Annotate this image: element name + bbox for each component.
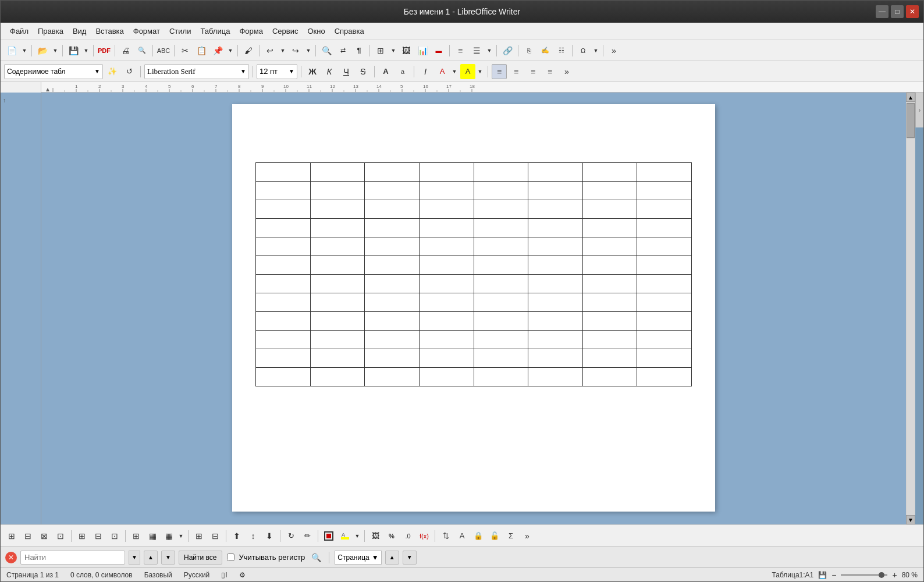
table-cell[interactable] — [528, 182, 583, 200]
tb-borders2-dd[interactable]: ▼ — [177, 528, 185, 544]
table-cell[interactable] — [365, 349, 420, 368]
table-cell[interactable] — [310, 293, 365, 312]
table-cell[interactable] — [310, 200, 365, 219]
navigation-dropdown[interactable]: Страница ▼ — [335, 551, 381, 565]
print-button[interactable]: 🖨 — [118, 43, 133, 58]
table-row[interactable] — [256, 331, 692, 349]
table-cell[interactable] — [528, 219, 583, 237]
cut-button[interactable]: ✂ — [177, 43, 193, 58]
table-cell[interactable] — [256, 200, 311, 219]
table-cell[interactable] — [528, 256, 583, 275]
tb-more2[interactable]: » — [520, 528, 535, 544]
zoom-slider[interactable] — [841, 574, 887, 576]
find-search-icon[interactable]: 🔍 — [308, 550, 324, 565]
table-cell[interactable] — [474, 200, 528, 219]
find-replace-button[interactable]: ⇄ — [335, 43, 350, 58]
table-cell[interactable] — [365, 312, 420, 331]
paste-button[interactable]: 📌 — [210, 43, 225, 58]
scroll-thumb[interactable] — [907, 103, 915, 138]
strikethrough-button[interactable]: S — [356, 64, 371, 79]
tb-sum[interactable]: Σ — [503, 528, 518, 544]
menu-file[interactable]: Файл — [5, 24, 33, 38]
tb-bg-color[interactable]: A — [337, 528, 353, 544]
insert-table-button[interactable]: ⊞ — [373, 43, 388, 58]
table-cell[interactable] — [474, 312, 528, 331]
save-dropdown[interactable]: ▼ — [82, 43, 90, 58]
tb-border-color[interactable] — [321, 528, 336, 544]
sidebar-collapse-button[interactable]: › — [915, 93, 923, 127]
update-style-button[interactable]: ↺ — [122, 64, 137, 79]
table-cell[interactable] — [365, 368, 420, 386]
table-row[interactable] — [256, 312, 692, 331]
table-row[interactable] — [256, 293, 692, 312]
size-dropdown[interactable]: 12 пт ▼ — [257, 64, 297, 79]
menu-styles[interactable]: Стили — [165, 24, 196, 38]
table-cell[interactable] — [256, 219, 311, 237]
table-cell[interactable] — [310, 349, 365, 368]
table-cell[interactable] — [637, 293, 692, 312]
table-cell[interactable] — [528, 349, 583, 368]
table-cell[interactable] — [528, 368, 583, 386]
table-row[interactable] — [256, 182, 692, 200]
table-cell[interactable] — [474, 331, 528, 349]
spelling-button[interactable]: ABC — [156, 43, 171, 58]
tb-formula[interactable]: f(x) — [417, 528, 432, 544]
new-button[interactable]: 📄 — [4, 43, 19, 58]
tb-lock[interactable]: 🔒 — [471, 528, 486, 544]
table-cell[interactable] — [419, 368, 474, 386]
tb-text-dir[interactable]: ↻ — [283, 528, 298, 544]
tb-percent[interactable]: % — [384, 528, 399, 544]
highlight-dropdown[interactable]: ▼ — [476, 64, 484, 79]
menu-service[interactable]: Сервис — [268, 24, 303, 38]
minimize-button[interactable]: — — [876, 5, 889, 18]
tb-align-middle[interactable]: ↕ — [246, 528, 261, 544]
menu-table[interactable]: Таблица — [196, 24, 234, 38]
table-cell[interactable] — [582, 331, 637, 349]
table-cell[interactable] — [256, 237, 311, 256]
match-case-checkbox[interactable] — [227, 553, 234, 561]
tb-sort2[interactable]: A — [454, 528, 470, 544]
table-cell[interactable] — [256, 368, 311, 386]
table-cell[interactable] — [310, 256, 365, 275]
tb-delete-row[interactable]: ⊟ — [20, 528, 35, 544]
table-cell[interactable] — [419, 163, 474, 182]
table-cell[interactable] — [474, 349, 528, 368]
nav-prev-button[interactable]: ▲ — [385, 551, 399, 565]
table-cell[interactable] — [582, 349, 637, 368]
paste-dropdown[interactable]: ▼ — [226, 43, 234, 58]
tb-lock2[interactable]: 🔓 — [487, 528, 502, 544]
undo-dropdown[interactable]: ▼ — [279, 43, 287, 58]
table-cell[interactable] — [582, 368, 637, 386]
zoom-minus-icon[interactable]: − — [831, 570, 836, 580]
table-cell[interactable] — [256, 163, 311, 182]
table-cell[interactable] — [474, 163, 528, 182]
find-close-button[interactable]: ✕ — [5, 552, 17, 563]
find-next-button[interactable]: ▼ — [161, 551, 175, 565]
table-cell[interactable] — [582, 219, 637, 237]
insert-shape-button[interactable]: ▬ — [431, 43, 446, 58]
tb-image[interactable]: 🖼 — [368, 528, 383, 544]
zoom-thumb[interactable] — [879, 572, 884, 578]
table-row[interactable] — [256, 237, 692, 256]
tb-borders2[interactable]: ▦ — [161, 528, 176, 544]
highlight-button[interactable]: A — [460, 64, 475, 79]
table-cell[interactable] — [419, 256, 474, 275]
find-options-dropdown[interactable]: ▼ — [129, 551, 140, 565]
insert-table-dropdown[interactable]: ▼ — [389, 43, 397, 58]
nonprint-chars-button[interactable]: ¶ — [351, 43, 367, 58]
redo-dropdown[interactable]: ▼ — [304, 43, 312, 58]
table-cell[interactable] — [582, 182, 637, 200]
table-cell[interactable] — [419, 219, 474, 237]
insert-footnote-button[interactable]: ⎘ — [521, 43, 536, 58]
new-dropdown[interactable]: ▼ — [20, 43, 29, 58]
table-cell[interactable] — [419, 182, 474, 200]
italic-button[interactable]: К — [322, 64, 337, 79]
italic2-button[interactable]: I — [418, 64, 433, 79]
open-dropdown[interactable]: ▼ — [51, 43, 59, 58]
table-cell[interactable] — [474, 237, 528, 256]
table-cell[interactable] — [582, 237, 637, 256]
table-cell[interactable] — [474, 275, 528, 293]
tb-sort[interactable]: ⇅ — [438, 528, 453, 544]
menu-window[interactable]: Окно — [303, 24, 329, 38]
table-cell[interactable] — [310, 331, 365, 349]
